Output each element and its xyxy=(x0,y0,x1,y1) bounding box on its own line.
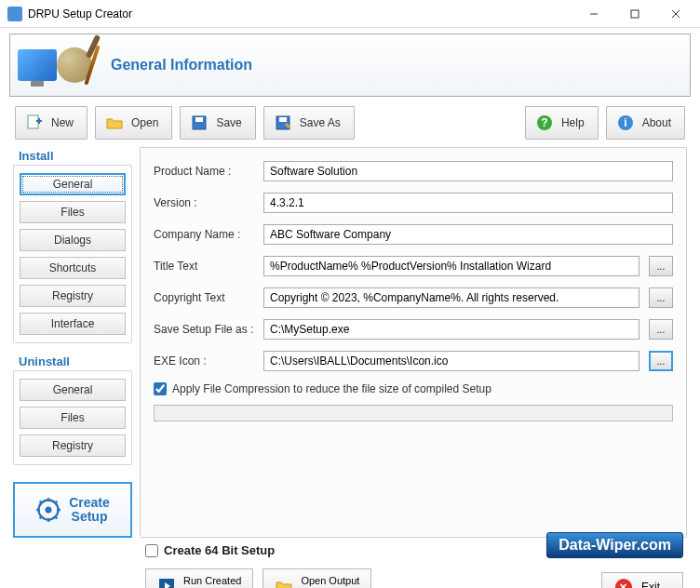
new-icon xyxy=(25,114,44,132)
run-created-label: Run CreatedSetup xyxy=(183,575,241,588)
form-panel: Product Name : Version : Company Name : … xyxy=(140,147,687,538)
product-name-label: Product Name : xyxy=(154,165,254,178)
compression-label: Apply File Compression to reduce the fil… xyxy=(172,382,491,395)
open-button[interactable]: Open xyxy=(95,106,172,140)
close-icon: ✕ xyxy=(615,579,632,588)
install-group-label: Install xyxy=(13,147,132,165)
bottom-area: Create 64 Bit Setup Run CreatedSetup Ope… xyxy=(0,538,700,588)
new-label: New xyxy=(51,116,74,129)
version-label: Version : xyxy=(154,196,254,209)
install-group: Install General Files Dialogs Shortcuts … xyxy=(13,147,132,343)
copyright-browse-button[interactable]: ... xyxy=(649,287,673,308)
saveas-icon xyxy=(274,114,292,132)
monitor-icon xyxy=(18,49,57,81)
help-icon: ? xyxy=(535,114,554,132)
install-group-box: General Files Dialogs Shortcuts Registry… xyxy=(13,165,132,343)
svg-line-20 xyxy=(55,516,57,518)
save-icon xyxy=(190,114,209,132)
help-button[interactable]: ? Help xyxy=(525,106,599,140)
saveas-button[interactable]: Save As xyxy=(263,106,355,140)
sidebar-item-uninstall-files[interactable]: Files xyxy=(20,407,126,429)
exe-icon-browse-button[interactable]: ... xyxy=(649,351,673,371)
company-label: Company Name : xyxy=(154,228,254,241)
saveas-label: Save As xyxy=(300,116,341,129)
sidebar-item-shortcuts[interactable]: Shortcuts xyxy=(20,257,126,279)
save-label: Save xyxy=(216,116,241,129)
svg-point-14 xyxy=(46,507,52,514)
copyright-input[interactable] xyxy=(263,287,639,308)
create-setup-button[interactable]: CreateSetup xyxy=(13,482,132,538)
main-area: Install General Files Dialogs Shortcuts … xyxy=(0,147,700,538)
svg-line-21 xyxy=(40,516,42,518)
banner-art xyxy=(10,45,94,86)
exit-button[interactable]: ✕ Exit xyxy=(601,572,683,588)
svg-line-22 xyxy=(55,501,57,503)
play-icon xyxy=(157,577,176,588)
save-setup-label: Save Setup File as : xyxy=(154,323,254,336)
svg-text:?: ? xyxy=(541,116,547,129)
header-banner: General Information xyxy=(9,33,691,97)
sidebar-item-uninstall-general[interactable]: General xyxy=(20,379,126,401)
help-label: Help xyxy=(561,116,585,129)
svg-line-19 xyxy=(40,501,42,503)
compression-checkbox[interactable] xyxy=(154,382,167,395)
exe-icon-input[interactable] xyxy=(263,351,639,371)
gear-icon xyxy=(35,497,61,523)
svg-rect-6 xyxy=(195,117,203,122)
exe-icon-label: EXE Icon : xyxy=(154,354,254,368)
svg-rect-8 xyxy=(279,117,287,122)
title-text-input[interactable] xyxy=(263,256,639,276)
title-text-label: Title Text xyxy=(154,260,254,273)
about-button[interactable]: i About xyxy=(606,106,685,140)
save-setup-input[interactable] xyxy=(263,319,639,340)
brand-badge: Data-Wiper.com xyxy=(546,532,683,558)
save-setup-browse-button[interactable]: ... xyxy=(649,319,673,340)
sidebar-item-dialogs[interactable]: Dialogs xyxy=(20,229,126,251)
uninstall-group-label: Uninstall xyxy=(13,353,132,370)
maximize-button[interactable] xyxy=(614,1,655,27)
product-name-input[interactable] xyxy=(263,161,673,181)
create64-row: Create 64 Bit Setup xyxy=(145,543,371,557)
sidebar-item-interface[interactable]: Interface xyxy=(20,313,126,335)
copyright-label: Copyright Text xyxy=(154,291,254,304)
uninstall-group: Uninstall General Files Registry xyxy=(13,353,132,465)
sidebar-item-registry[interactable]: Registry xyxy=(20,285,126,307)
create64-checkbox[interactable] xyxy=(145,544,158,557)
open-label: Open xyxy=(131,116,158,129)
create-setup-label: CreateSetup xyxy=(69,496,110,525)
close-button[interactable] xyxy=(655,1,696,27)
folder-icon xyxy=(275,577,293,588)
folder-open-icon xyxy=(105,114,124,132)
titlebar: DRPU Setup Creator xyxy=(0,0,700,28)
exit-label: Exit xyxy=(641,581,660,588)
sidebar-item-files[interactable]: Files xyxy=(20,201,126,223)
title-browse-button[interactable]: ... xyxy=(649,256,673,276)
create64-label: Create 64 Bit Setup xyxy=(164,543,275,557)
uninstall-group-box: General Files Registry xyxy=(13,370,132,465)
version-input[interactable] xyxy=(263,193,673,213)
sidebar-item-uninstall-registry[interactable]: Registry xyxy=(20,434,126,457)
toolbar: New Open Save Save As ? Help i About xyxy=(0,100,700,147)
save-button[interactable]: Save xyxy=(180,106,255,140)
run-created-setup-button[interactable]: Run CreatedSetup xyxy=(145,568,253,588)
sidebar: Install General Files Dialogs Shortcuts … xyxy=(13,147,132,538)
svg-text:i: i xyxy=(624,116,626,129)
progress-bar xyxy=(154,405,673,421)
window-title: DRPU Setup Creator xyxy=(28,7,573,20)
page-title: General Information xyxy=(111,57,252,74)
minimize-button[interactable] xyxy=(573,1,614,27)
new-button[interactable]: New xyxy=(15,106,88,140)
svg-rect-1 xyxy=(631,10,639,18)
app-icon xyxy=(7,7,22,21)
about-label: About xyxy=(642,116,671,129)
open-output-folder-button[interactable]: Open OutputFolder xyxy=(262,568,371,588)
sidebar-item-general[interactable]: General xyxy=(20,173,126,195)
open-output-label: Open OutputFolder xyxy=(301,575,359,588)
info-icon: i xyxy=(616,114,635,132)
company-input[interactable] xyxy=(263,224,673,245)
compression-row: Apply File Compression to reduce the fil… xyxy=(154,382,673,395)
